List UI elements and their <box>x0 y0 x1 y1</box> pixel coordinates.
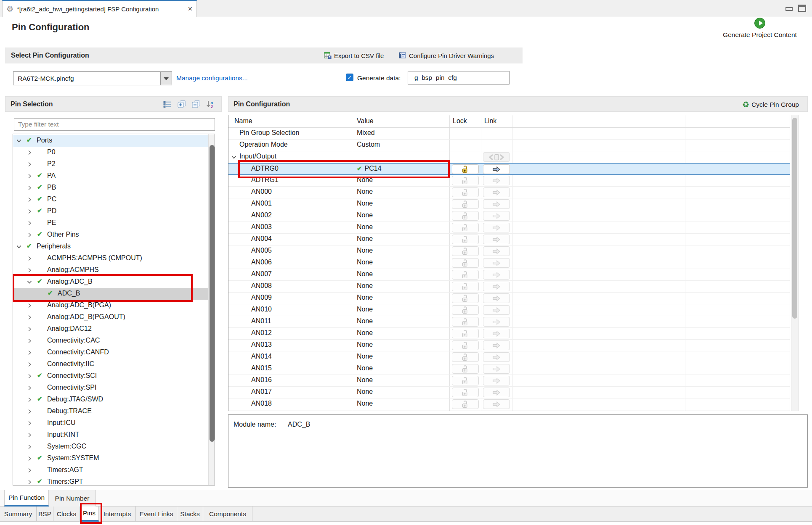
chevron-right-icon[interactable] <box>26 314 33 321</box>
lock-unlocked-icon[interactable] <box>452 235 479 244</box>
link-arrow-icon[interactable] <box>483 340 510 350</box>
link-arrow-icon[interactable] <box>483 235 510 244</box>
link-arrow-icon[interactable] <box>483 293 510 303</box>
tree-scrollbar[interactable] <box>208 134 215 485</box>
lock-unlocked-icon[interactable] <box>452 187 479 197</box>
chevron-right-icon[interactable] <box>26 373 33 380</box>
tree-item-analog-adc-b-pgaout[interactable]: Analog:ADC_B(PGAOUT) <box>13 311 208 323</box>
export-to-csv-button[interactable]: Export to CSV file <box>321 50 386 61</box>
tree-item-analog-adc-b[interactable]: ✔Analog:ADC_B <box>13 276 208 288</box>
chevron-down-icon[interactable] <box>26 279 33 285</box>
tree-item-analog-adc-b-pga[interactable]: Analog:ADC_B(PGA) <box>13 300 208 311</box>
link-arrow-icon[interactable] <box>483 164 510 174</box>
chevron-right-icon[interactable] <box>26 396 33 403</box>
tree-item-connectivity-sci[interactable]: ✔Connectivity:SCI <box>13 370 208 382</box>
view-tab-pin-number[interactable]: Pin Number <box>49 490 96 507</box>
tree-item-system-cgc[interactable]: System:CGC <box>13 441 208 453</box>
chevron-right-icon[interactable] <box>26 185 33 191</box>
page-tab-event-links[interactable]: Event Links <box>136 507 177 522</box>
lock-unlocked-icon[interactable] <box>452 270 479 280</box>
chevron-right-icon[interactable] <box>26 173 33 179</box>
page-tab-clocks[interactable]: Clocks <box>53 507 80 522</box>
table-scrollbar[interactable] <box>791 115 799 411</box>
lock-unlocked-icon[interactable] <box>452 340 479 350</box>
chevron-right-icon[interactable] <box>26 443 33 450</box>
pin-row-an006[interactable]: AN006None <box>228 257 790 269</box>
lock-unlocked-icon[interactable] <box>452 282 479 291</box>
lock-unlocked-icon[interactable] <box>452 388 479 397</box>
tree-item-p0[interactable]: P0 <box>13 147 208 158</box>
chevron-right-icon[interactable] <box>26 161 33 168</box>
link-arrow-icon[interactable] <box>483 329 510 338</box>
tree-item-timers-agt[interactable]: Timers:AGT <box>13 464 208 476</box>
lock-unlocked-icon[interactable] <box>452 329 479 338</box>
pin-row-input-output[interactable]: Input/Output <box>228 151 790 163</box>
generate-data-input[interactable] <box>408 71 509 84</box>
pin-row-operation-mode[interactable]: Operation ModeCustom <box>228 140 790 151</box>
chevron-right-icon[interactable] <box>26 432 33 438</box>
lock-unlocked-icon[interactable] <box>452 223 479 232</box>
tree-item-pa[interactable]: ✔PA <box>13 170 208 182</box>
link-arrow-icon[interactable] <box>483 258 510 268</box>
page-tab-stacks[interactable]: Stacks <box>177 507 203 522</box>
pin-row-an009[interactable]: AN009None <box>228 293 790 304</box>
chevron-right-icon[interactable] <box>26 408 33 415</box>
tree-item-pb[interactable]: ✔PB <box>13 182 208 194</box>
tree-item-pe[interactable]: PE <box>13 217 208 229</box>
tree-item-pd[interactable]: ✔PD <box>13 206 208 217</box>
editor-tab-fsp-configuration[interactable]: ⚙ *[ra6t2_adc_hwi_gettingstarted] FSP Co… <box>2 0 197 17</box>
link-arrow-icon[interactable] <box>483 223 510 232</box>
chevron-right-icon[interactable] <box>26 232 33 238</box>
link-arrow-icon[interactable] <box>483 211 510 221</box>
configure-pin-driver-warnings-button[interactable]: Configure Pin Driver Warnings <box>396 50 496 61</box>
lock-unlocked-icon[interactable] <box>452 258 479 268</box>
tree-item-connectivity-iic[interactable]: Connectivity:IIC <box>13 359 208 370</box>
page-tab-bsp[interactable]: BSP <box>37 507 53 522</box>
collapse-all-icon[interactable] <box>191 100 201 109</box>
lock-unlocked-gold-icon[interactable] <box>452 164 479 174</box>
tree-filter-input[interactable] <box>14 118 215 131</box>
chevron-right-icon[interactable] <box>26 420 33 427</box>
lock-unlocked-icon[interactable] <box>452 376 479 385</box>
minimize-view-icon[interactable] <box>785 7 793 11</box>
tree-mode-icon[interactable] <box>162 100 172 109</box>
tree-item-input-kint[interactable]: Input:KINT <box>13 429 208 441</box>
pin-row-an007[interactable]: AN007None <box>228 269 790 281</box>
chevron-right-icon[interactable] <box>26 338 33 344</box>
chevron-down-icon[interactable] <box>16 137 22 144</box>
lock-unlocked-icon[interactable] <box>452 364 479 374</box>
expand-all-icon[interactable] <box>177 100 187 109</box>
chevron-right-icon[interactable] <box>26 196 33 203</box>
lock-unlocked-icon[interactable] <box>452 305 479 315</box>
chevron-down-icon[interactable] <box>231 154 237 162</box>
pin-row-an010[interactable]: AN010None <box>228 304 790 316</box>
pin-row-an003[interactable]: AN003None <box>228 222 790 234</box>
link-arrow-icon[interactable] <box>483 352 510 362</box>
chevron-right-icon[interactable] <box>26 326 33 332</box>
lock-unlocked-icon[interactable] <box>452 211 479 221</box>
tree-item-other-pins[interactable]: ✔Other Pins <box>13 229 208 241</box>
sort-az-icon[interactable]: az <box>205 100 215 109</box>
link-arrow-icon[interactable] <box>483 199 510 209</box>
tree-item-connectivity-cac[interactable]: Connectivity:CAC <box>13 335 208 347</box>
tree-scrollbar-thumb[interactable] <box>210 145 215 442</box>
pin-row-an005[interactable]: AN005None <box>228 245 790 257</box>
link-arrow-icon[interactable] <box>483 187 510 197</box>
link-arrow-icon[interactable] <box>483 305 510 315</box>
page-tab-pins[interactable]: Pins <box>80 507 99 522</box>
pin-row-an000[interactable]: AN000None <box>228 187 790 198</box>
link-arrow-icon[interactable] <box>483 399 510 409</box>
tree-item-system-system[interactable]: ✔System:SYSTEM <box>13 453 208 464</box>
pin-row-an013[interactable]: AN013None <box>228 340 790 351</box>
tree-item-adc-b[interactable]: ✔ADC_B <box>13 288 208 300</box>
tree-item-analog-acmphs[interactable]: Analog:ACMPHS <box>13 264 208 276</box>
tree-item-connectivity-spi[interactable]: Connectivity:SPI <box>13 382 208 394</box>
link-arrow-icon[interactable] <box>483 246 510 256</box>
chevron-right-icon[interactable] <box>26 220 33 227</box>
pin-row-an002[interactable]: AN002None <box>228 210 790 222</box>
chevron-right-icon[interactable] <box>26 267 33 274</box>
chevron-down-icon[interactable] <box>16 243 22 250</box>
pin-row-an004[interactable]: AN004None <box>228 234 790 245</box>
view-tab-pin-function[interactable]: Pin Function <box>4 490 49 507</box>
lock-unlocked-icon[interactable] <box>452 317 479 327</box>
